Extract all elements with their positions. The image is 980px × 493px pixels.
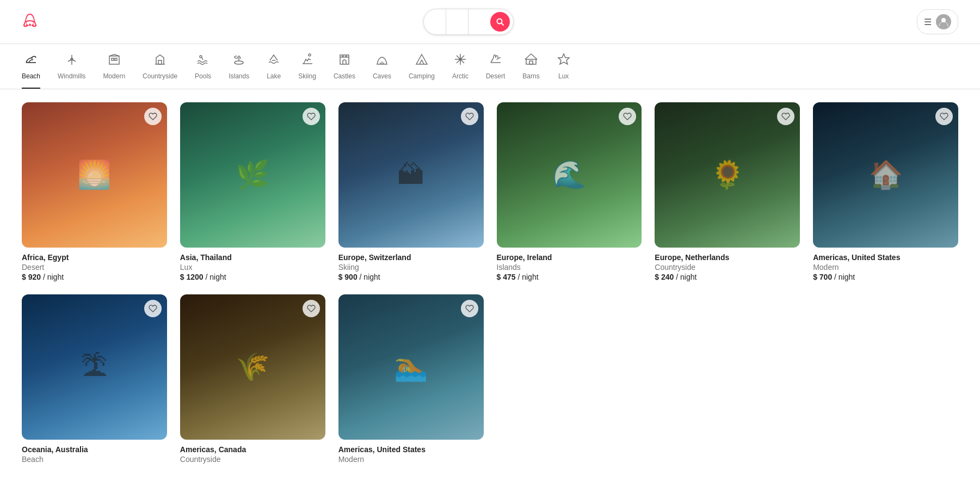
listing-card[interactable]: 🏊 Americas, United States Modern bbox=[338, 294, 484, 465]
svg-rect-9 bbox=[112, 58, 114, 60]
card-image: 🏝 bbox=[22, 294, 167, 440]
logo[interactable] bbox=[22, 12, 41, 32]
card-info: Europe, Ireland Islands $ 475 / night bbox=[497, 248, 642, 281]
category-item-islands[interactable]: Islands bbox=[229, 53, 249, 89]
card-image-wrapper: 🌅 bbox=[22, 102, 167, 248]
category-item-countryside[interactable]: Countryside bbox=[143, 53, 177, 89]
category-item-skiing[interactable]: Skiing bbox=[298, 53, 316, 89]
card-image-wrapper: 🏊 bbox=[338, 294, 484, 440]
listing-card[interactable]: 🏝 Oceania, Australia Beach bbox=[22, 294, 167, 465]
search-add-guests[interactable] bbox=[469, 9, 490, 34]
svg-rect-21 bbox=[529, 61, 533, 64]
category-item-desert[interactable]: Desert bbox=[486, 53, 505, 89]
card-price: $ 475 / night bbox=[497, 273, 642, 281]
category-item-lake[interactable]: Lake bbox=[267, 53, 281, 89]
arctic-label: Arctic bbox=[452, 72, 469, 80]
svg-rect-11 bbox=[158, 60, 162, 64]
castles-label: Castles bbox=[334, 72, 355, 80]
card-type: Countryside bbox=[655, 263, 800, 272]
svg-line-1 bbox=[501, 23, 503, 26]
arctic-icon bbox=[454, 53, 467, 69]
wishlist-button[interactable] bbox=[144, 108, 162, 125]
svg-point-12 bbox=[200, 56, 202, 58]
header: ☰ bbox=[0, 0, 980, 44]
desert-icon bbox=[489, 53, 502, 69]
card-image-wrapper: 🏝 bbox=[22, 294, 167, 440]
card-image-wrapper: 🌻 bbox=[655, 102, 800, 248]
category-item-arctic[interactable]: Arctic bbox=[452, 53, 469, 89]
wishlist-button[interactable] bbox=[935, 108, 953, 125]
pools-icon bbox=[196, 53, 209, 69]
skiing-icon bbox=[301, 53, 314, 69]
card-image: 🏊 bbox=[338, 294, 484, 440]
user-menu-button[interactable]: ☰ bbox=[917, 9, 958, 34]
lux-icon bbox=[557, 53, 570, 69]
wishlist-button[interactable] bbox=[303, 300, 320, 317]
category-item-modern[interactable]: Modern bbox=[103, 53, 125, 89]
listing-grid: 🌅 Africa, Egypt Desert $ 920 / night 🌿 bbox=[22, 102, 958, 465]
caves-label: Caves bbox=[373, 72, 391, 80]
wishlist-button[interactable] bbox=[144, 300, 162, 317]
pools-label: Pools bbox=[195, 72, 211, 80]
card-price: $ 900 / night bbox=[338, 273, 484, 281]
search-bar bbox=[423, 9, 514, 35]
card-image: 🌅 bbox=[22, 102, 167, 248]
card-type: Islands bbox=[497, 263, 642, 272]
category-item-windmills[interactable]: Windmills bbox=[58, 53, 85, 89]
countryside-icon bbox=[153, 53, 167, 69]
listing-card[interactable]: 🏠 Americas, United States Modern $ 700 /… bbox=[813, 102, 958, 281]
svg-rect-8 bbox=[109, 56, 119, 64]
countryside-label: Countryside bbox=[143, 72, 177, 80]
listing-card[interactable]: 🌿 Asia, Thailand Lux $ 1200 / night bbox=[180, 102, 325, 281]
card-location: Americas, United States bbox=[338, 445, 484, 454]
add-home-link[interactable] bbox=[895, 17, 908, 26]
search-any-week[interactable] bbox=[446, 9, 469, 34]
svg-rect-10 bbox=[115, 58, 117, 60]
category-item-caves[interactable]: Caves bbox=[373, 53, 391, 89]
hamburger-icon: ☰ bbox=[924, 17, 932, 27]
card-info: Oceania, Australia Beach bbox=[22, 440, 167, 464]
category-item-castles[interactable]: Castles bbox=[334, 53, 355, 89]
card-image-wrapper: 🏔 bbox=[338, 102, 484, 248]
caves-icon bbox=[375, 53, 389, 69]
listing-card[interactable]: 🌾 Americas, Canada Countryside bbox=[180, 294, 325, 465]
category-item-camping[interactable]: Camping bbox=[409, 53, 435, 89]
barns-label: Barns bbox=[522, 72, 539, 80]
card-image-wrapper: 🌊 bbox=[497, 102, 642, 248]
svg-point-14 bbox=[309, 54, 311, 56]
category-item-pools[interactable]: Pools bbox=[195, 53, 211, 89]
listing-card[interactable]: 🌅 Africa, Egypt Desert $ 920 / night bbox=[22, 102, 167, 281]
card-info: Americas, United States Modern $ 700 / n… bbox=[813, 248, 958, 281]
listing-card[interactable]: 🏔 Europe, Switzerland Skiing $ 900 / nig… bbox=[338, 102, 484, 281]
wishlist-button[interactable] bbox=[461, 108, 478, 125]
card-info: Americas, United States Modern bbox=[338, 440, 484, 464]
wishlist-button[interactable] bbox=[777, 108, 794, 125]
lux-label: Lux bbox=[558, 72, 569, 80]
camping-label: Camping bbox=[409, 72, 435, 80]
wishlist-button[interactable] bbox=[461, 300, 478, 317]
card-type: Modern bbox=[813, 263, 958, 272]
card-image-wrapper: 🌾 bbox=[180, 294, 325, 440]
card-price: $ 700 / night bbox=[813, 273, 958, 281]
card-image: 🏔 bbox=[338, 102, 484, 248]
search-anywhere[interactable] bbox=[424, 9, 446, 34]
category-item-lux[interactable]: Lux bbox=[557, 53, 570, 89]
desert-label: Desert bbox=[486, 72, 505, 80]
card-info: Africa, Egypt Desert $ 920 / night bbox=[22, 248, 167, 281]
camping-icon bbox=[415, 53, 428, 69]
card-price: $ 920 / night bbox=[22, 273, 167, 281]
card-price: $ 240 / night bbox=[655, 273, 800, 281]
wishlist-button[interactable] bbox=[303, 108, 320, 125]
card-location: Asia, Thailand bbox=[180, 253, 325, 262]
lake-icon bbox=[267, 53, 280, 69]
search-button[interactable] bbox=[490, 12, 510, 32]
card-location: Europe, Switzerland bbox=[338, 253, 484, 262]
category-item-barns[interactable]: Barns bbox=[522, 53, 539, 89]
airbnb-logo-icon bbox=[22, 12, 38, 32]
category-item-beach[interactable]: Beach bbox=[22, 53, 40, 89]
listing-card[interactable]: 🌻 Europe, Netherlands Countryside $ 240 … bbox=[655, 102, 800, 281]
avatar bbox=[936, 14, 951, 29]
listing-card[interactable]: 🌊 Europe, Ireland Islands $ 475 / night bbox=[497, 102, 642, 281]
card-image-wrapper: 🏠 bbox=[813, 102, 958, 248]
card-type: Countryside bbox=[180, 455, 325, 464]
